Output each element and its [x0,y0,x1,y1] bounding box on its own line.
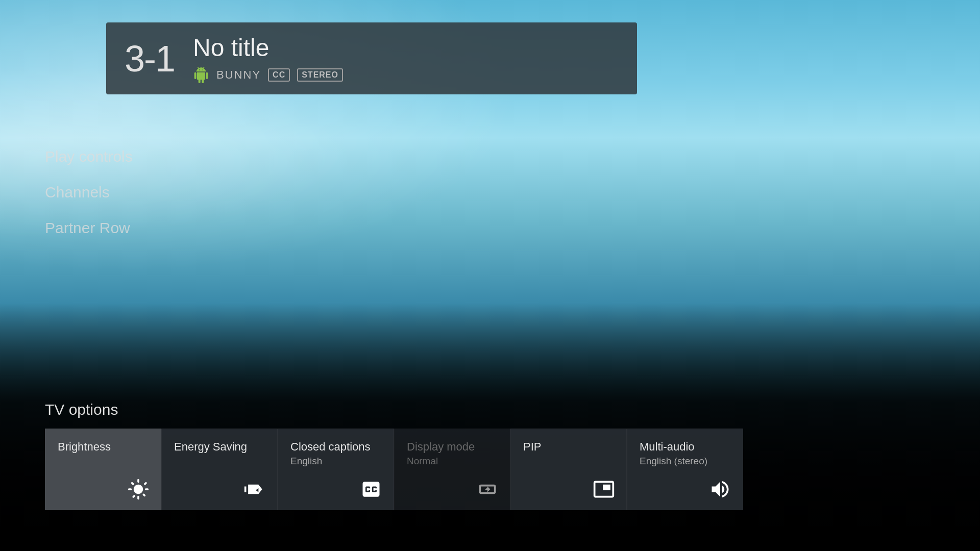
multi-audio-icon [709,478,731,500]
tile-closed-captions[interactable]: Closed captions English [278,429,394,510]
sidebar-item-partner-row[interactable]: Partner Row [45,219,133,237]
tv-options-section: TV options Brightness Energy Saving [45,401,980,510]
tile-energy-saving-label: Energy Saving [174,440,265,454]
tile-closed-captions-sublabel: English [290,456,381,467]
brightness-icon [127,478,150,500]
tile-brightness-label: Brightness [58,440,149,454]
pip-icon [593,478,615,500]
channel-meta: BUNNY CC STEREO [193,67,343,83]
tile-multi-audio-label: Multi-audio [640,440,730,454]
android-icon [193,67,209,83]
tile-display-mode-label: Display mode [407,440,498,454]
tile-multi-audio[interactable]: Multi-audio English (stereo) [627,429,743,510]
channel-number: 3-1 [125,40,175,77]
tile-brightness[interactable]: Brightness [45,429,161,510]
tv-options-title: TV options [45,401,980,418]
tile-closed-captions-label: Closed captions [290,440,381,454]
tile-energy-saving[interactable]: Energy Saving [161,429,278,510]
cc-badge: CC [268,68,290,82]
options-grid: Brightness Energy Saving Closed ca [45,429,980,510]
stereo-badge: STEREO [297,68,343,82]
channel-title: No title [193,34,343,62]
channel-bar: 3-1 No title BUNNY CC STEREO [106,22,637,94]
tile-multi-audio-sublabel: English (stereo) [640,456,730,467]
closed-captions-icon [360,478,382,500]
tile-pip-label: PIP [523,440,614,454]
side-menu: Play controls Channels Partner Row [45,148,133,237]
energy-saving-icon [243,478,266,500]
sidebar-item-channels[interactable]: Channels [45,184,133,201]
channel-info: No title BUNNY CC STEREO [193,34,343,83]
tile-display-mode[interactable]: Display mode Normal [394,429,510,510]
channel-source-name: BUNNY [216,68,261,82]
tile-pip[interactable]: PIP [510,429,627,510]
tile-display-mode-sublabel: Normal [407,456,498,467]
display-mode-icon [476,478,499,500]
sidebar-item-play-controls[interactable]: Play controls [45,148,133,165]
